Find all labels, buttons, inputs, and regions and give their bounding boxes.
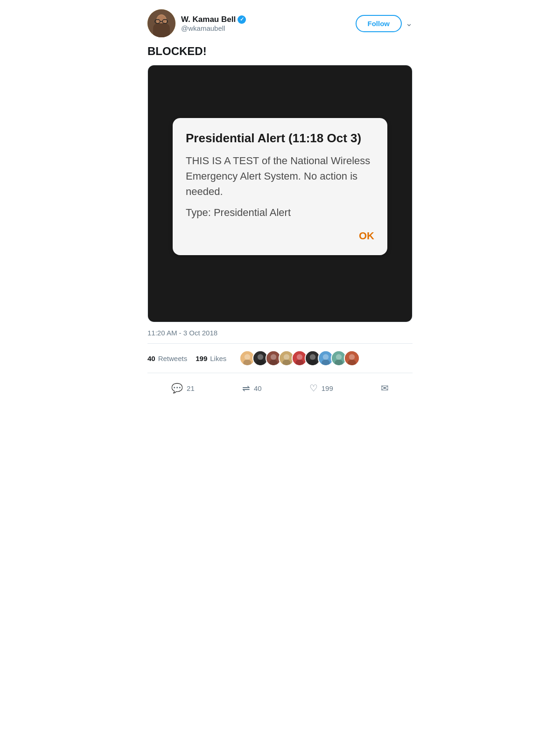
tweet-text: BLOCKED! bbox=[147, 44, 413, 58]
alert-title: Presidential Alert (11:18 Oct 3) bbox=[186, 131, 374, 146]
tweet-image: Presidential Alert (11:18 Oct 3) THIS IS… bbox=[147, 65, 413, 322]
avatar-stack bbox=[239, 350, 360, 366]
svg-point-24 bbox=[310, 354, 315, 360]
tweet-timestamp: 11:20 AM - 3 Oct 2018 bbox=[147, 329, 413, 344]
chevron-down-icon[interactable]: ⌄ bbox=[406, 18, 413, 28]
list-item bbox=[344, 350, 360, 366]
like-action[interactable]: ♡ 199 bbox=[305, 380, 338, 396]
display-name: W. Kamau Bell bbox=[181, 15, 246, 24]
svg-point-21 bbox=[297, 354, 302, 360]
reply-count: 21 bbox=[187, 384, 195, 392]
engagement-stats: 40 Retweets 199 Likes bbox=[147, 355, 232, 362]
share-action[interactable]: ✉ bbox=[376, 380, 393, 396]
svg-point-27 bbox=[323, 354, 329, 360]
retweet-action[interactable]: ⇌ 40 bbox=[238, 380, 266, 396]
likes-label: Likes bbox=[210, 355, 226, 362]
like-icon: ♡ bbox=[309, 382, 318, 394]
phone-screenshot: Presidential Alert (11:18 Oct 3) THIS IS… bbox=[148, 65, 412, 322]
reply-icon: 💬 bbox=[171, 382, 183, 394]
username: @wkamaubell bbox=[181, 24, 246, 32]
svg-point-30 bbox=[336, 354, 342, 360]
retweet-count: 40 bbox=[147, 355, 155, 362]
user-info: W. Kamau Bell @wkamaubell bbox=[181, 15, 246, 32]
svg-point-18 bbox=[284, 354, 289, 360]
retweet-label: Retweets bbox=[158, 355, 188, 362]
action-row: 💬 21 ⇌ 40 ♡ 199 ✉ bbox=[147, 375, 413, 403]
retweet-icon: ⇌ bbox=[242, 382, 250, 394]
display-name-text: W. Kamau Bell bbox=[181, 15, 236, 24]
svg-point-15 bbox=[271, 354, 276, 360]
alert-card: Presidential Alert (11:18 Oct 3) THIS IS… bbox=[173, 118, 387, 255]
mail-icon: ✉ bbox=[381, 382, 389, 394]
follow-section: Follow ⌄ bbox=[356, 15, 413, 32]
alert-type: Type: Presidential Alert bbox=[186, 207, 374, 219]
likes-count: 199 bbox=[196, 355, 207, 362]
like-count: 199 bbox=[322, 384, 333, 392]
reply-action[interactable]: 💬 21 bbox=[167, 380, 199, 396]
svg-point-33 bbox=[349, 354, 355, 360]
alert-body: THIS IS A TEST of the National Wireless … bbox=[186, 153, 374, 199]
tweet-header: W. Kamau Bell @wkamaubell Follow ⌄ bbox=[147, 9, 413, 37]
user-info-section: W. Kamau Bell @wkamaubell bbox=[147, 9, 246, 37]
svg-point-9 bbox=[245, 354, 250, 360]
svg-point-12 bbox=[258, 354, 263, 360]
verified-badge bbox=[238, 15, 246, 24]
retweet-action-count: 40 bbox=[254, 384, 262, 392]
engagement-row: 40 Retweets 199 Likes bbox=[147, 350, 413, 373]
avatar[interactable] bbox=[147, 9, 175, 37]
svg-rect-4 bbox=[153, 23, 170, 37]
follow-button[interactable]: Follow bbox=[356, 15, 402, 32]
alert-ok-button: OK bbox=[186, 230, 374, 242]
